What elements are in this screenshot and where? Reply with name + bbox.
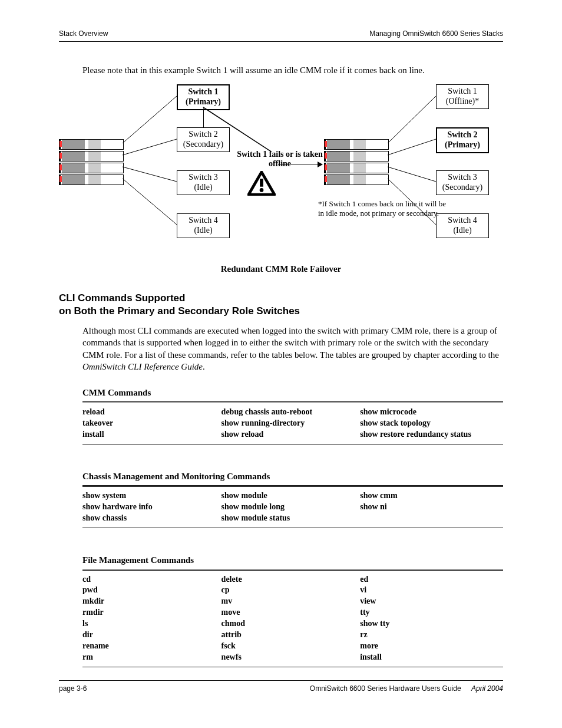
table-title: CMM Commands <box>82 384 503 402</box>
svg-line-9 <box>388 139 436 155</box>
left-switch3-box: Switch 3(Idle) <box>177 170 230 195</box>
svg-line-0 <box>203 107 271 151</box>
table-col: edviviewttyshow ttyrzmoreinstall <box>360 574 499 663</box>
list-item: move <box>222 607 355 618</box>
svg-line-4 <box>123 179 177 225</box>
center-label: Switch 1 fails or is taken offline <box>236 150 324 169</box>
list-item: rm <box>82 652 216 663</box>
diagram-caption: Redundant CMM Role Failover <box>59 264 503 274</box>
right-switch3-box: Switch 3(Secondary) <box>436 170 489 195</box>
file-commands-table: File Management Commands cdpwdmkdirrmdir… <box>59 552 503 667</box>
list-item: install <box>360 652 493 663</box>
table-title: Chassis Management and Monitoring Comman… <box>82 468 503 486</box>
list-item: cp <box>222 585 355 596</box>
list-item: show microcode <box>360 407 493 418</box>
list-item: show stack topology <box>360 418 493 429</box>
list-item: rmdir <box>82 607 216 618</box>
list-item: debug chassis auto-reboot <box>222 407 355 418</box>
table-col: show cmmshow ni <box>360 490 499 524</box>
svg-rect-6 <box>260 179 263 186</box>
right-switch1-box: Switch 1(Offline)* <box>436 84 489 109</box>
list-item: show ni <box>360 502 493 513</box>
list-item: show chassis <box>82 513 216 524</box>
list-item: show system <box>82 490 216 502</box>
diagram-footnote: *If Switch 1 comes back on line it will … <box>318 199 454 219</box>
warning-icon <box>247 171 276 196</box>
failover-diagram: Switch 1(Primary) Switch 2(Secondary) Sw… <box>59 81 503 258</box>
table-col: cdpwdmkdirrmdirlsdirrenamerm <box>82 574 222 663</box>
list-item: attrib <box>222 630 355 641</box>
list-item: rz <box>360 630 493 641</box>
list-item: vi <box>360 585 493 596</box>
table-title: File Management Commands <box>82 552 503 569</box>
footer-right: OmniSwitch 6600 Series Hardware Users Gu… <box>310 684 503 693</box>
section-paragraph: Although most CLI commands are executed … <box>59 325 503 373</box>
table-col: deletecpmvmovechmodattribfscknewfs <box>222 574 361 663</box>
left-switch4-box: Switch 4(Idle) <box>177 213 230 238</box>
stack-image-right <box>324 139 389 186</box>
list-item: delete <box>222 574 355 585</box>
list-item: mv <box>222 596 355 607</box>
table-col: show microcodeshow stack topologyshow re… <box>360 407 499 440</box>
table-col: debug chassis auto-rebootshow running-di… <box>222 407 361 440</box>
intro-paragraph: Please note that in this example Switch … <box>59 65 503 75</box>
list-item: ls <box>82 618 216 630</box>
list-item: show cmm <box>360 490 493 502</box>
chassis-commands-table: Chassis Management and Monitoring Comman… <box>59 468 503 528</box>
running-header: Stack Overview Managing OmniSwitch 6600 … <box>59 29 503 42</box>
list-item: tty <box>360 607 493 618</box>
list-item: dir <box>82 630 216 641</box>
running-footer: page 3-6 OmniSwitch 6600 Series Hardware… <box>59 680 503 693</box>
list-item: view <box>360 596 493 607</box>
stack-image-left <box>59 139 124 186</box>
section-heading: CLI Commands Supported on Both the Prima… <box>59 292 503 318</box>
list-item: show reload <box>222 429 355 440</box>
header-left: Stack Overview <box>59 29 108 38</box>
list-item: mkdir <box>82 596 216 607</box>
list-item: newfs <box>222 652 355 663</box>
svg-line-1 <box>123 96 177 143</box>
list-item: chmod <box>222 618 355 630</box>
svg-line-2 <box>123 139 177 155</box>
list-item: install <box>82 429 216 440</box>
list-item: show tty <box>360 618 493 630</box>
footer-page: page 3-6 <box>59 684 87 693</box>
svg-point-7 <box>260 188 264 192</box>
cmm-commands-table: CMM Commands reloadtakeoverinstall debug… <box>59 384 503 444</box>
list-item: rename <box>82 641 216 652</box>
header-right: Managing OmniSwitch 6600 Series Stacks <box>369 29 503 38</box>
table-col: show moduleshow module longshow module s… <box>222 490 361 524</box>
list-item: show module status <box>222 513 355 524</box>
list-item: show restore redundancy status <box>360 429 493 440</box>
svg-line-10 <box>388 167 436 182</box>
list-item: show hardware info <box>82 502 216 513</box>
list-item: pwd <box>82 585 216 596</box>
list-item: reload <box>82 407 216 418</box>
table-col: reloadtakeoverinstall <box>82 407 222 440</box>
svg-line-3 <box>123 167 177 182</box>
list-item: show module long <box>222 502 355 513</box>
list-item: ed <box>360 574 493 585</box>
list-item: show running-directory <box>222 418 355 429</box>
table-col: show systemshow hardware infoshow chassi… <box>82 490 222 524</box>
svg-line-8 <box>388 96 436 143</box>
arrow-icon <box>278 164 322 164</box>
list-item: takeover <box>82 418 216 429</box>
list-item: fsck <box>222 641 355 652</box>
list-item: cd <box>82 574 216 585</box>
list-item: more <box>360 641 493 652</box>
list-item: show module <box>222 490 355 502</box>
left-switch1-box: Switch 1(Primary) <box>177 84 230 110</box>
right-switch2-box: Switch 2(Primary) <box>436 127 489 153</box>
